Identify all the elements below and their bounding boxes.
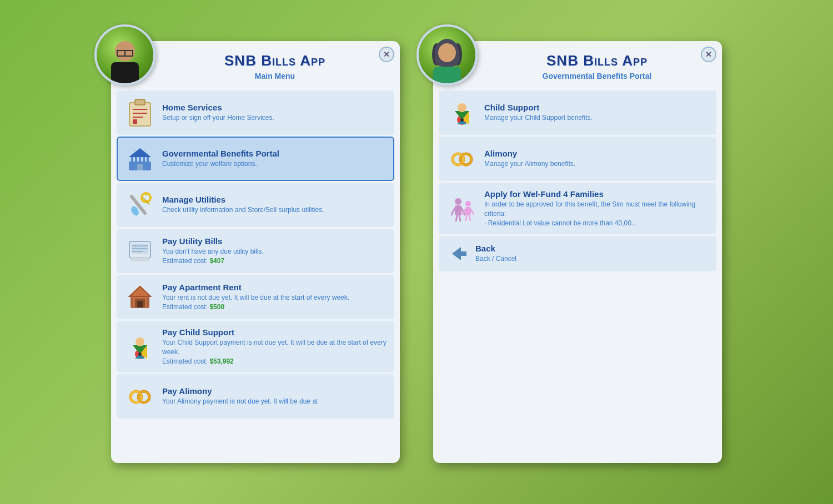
left-menu-list: Home Services Setup or sign off your Hom… <box>117 90 394 419</box>
rent-cost: $500 <box>209 303 224 311</box>
svg-rect-60 <box>465 207 471 215</box>
back-icon <box>446 243 469 265</box>
right-panel-subtitle: Governmental Benefits Portal <box>483 72 711 80</box>
svg-rect-11 <box>147 157 149 163</box>
menu-item-child-support[interactable]: Child Support Manage your Child Support … <box>439 90 716 135</box>
pay-utility-text: Pay Utility Bills You don't have any due… <box>162 236 387 266</box>
svg-line-55 <box>451 208 455 215</box>
gov-benefits-title: Governmental Benefits Portal <box>162 149 387 158</box>
close-button-left[interactable]: ✕ <box>379 47 394 62</box>
right-panel: ✕ SNB Bills App Governmental Benefits Po… <box>433 41 722 463</box>
child-support-desc: Manage your Child Support benefits. <box>484 113 709 123</box>
pay-utility-desc: You don't have any due utility bills. Es… <box>162 247 387 266</box>
svg-line-64 <box>469 215 470 220</box>
welfund-title: Apply for Wel-Fund 4 Families <box>484 189 709 199</box>
left-panel: ✕ SNB Bills App Main Menu Home Services … <box>111 41 400 463</box>
svg-rect-31 <box>131 295 133 308</box>
svg-marker-12 <box>129 148 151 157</box>
menu-item-home-services[interactable]: Home Services Setup or sign off your Hom… <box>117 90 394 135</box>
government-icon <box>124 143 155 174</box>
menu-item-pay-rent[interactable]: Pay Apartment Rent Your rent is not due … <box>117 275 394 319</box>
pay-alimony-desc: Your Alimony payment is not due yet. It … <box>162 397 387 406</box>
utility-cost: $407 <box>209 257 224 265</box>
right-panel-title: SNB Bills App <box>483 52 711 69</box>
close-button-right[interactable]: ✕ <box>701 47 716 62</box>
alimony-desc: Manage your Alimony benefits. <box>484 159 709 169</box>
svg-rect-10 <box>143 157 145 163</box>
svg-rect-28 <box>137 301 143 308</box>
svg-point-48 <box>460 118 464 122</box>
pay-child-desc: Your Child Support payment is not due ye… <box>162 338 387 366</box>
house-icon <box>124 281 155 313</box>
alimony-title: Alimony <box>484 149 709 158</box>
svg-rect-0 <box>129 103 150 126</box>
svg-line-57 <box>456 215 457 221</box>
childsupport-icon-right <box>446 97 478 128</box>
home-services-desc: Setup or sign off your Home Services. <box>162 113 387 123</box>
svg-rect-5 <box>133 119 137 124</box>
family-icon <box>446 193 478 224</box>
left-panel-title: SNB Bills App <box>161 52 389 69</box>
back-title: Back <box>475 244 709 253</box>
svg-rect-54 <box>455 205 461 215</box>
menu-item-welfund[interactable]: Apply for Wel-Fund 4 Families In order t… <box>439 183 716 234</box>
pay-alimony-text: Pay Alimony Your Alimony payment is not … <box>162 386 387 406</box>
svg-marker-29 <box>129 286 150 296</box>
rings-icon-right <box>446 143 478 174</box>
gov-benefits-desc: Customize your welfare options. <box>162 159 387 169</box>
home-services-text: Home Services Setup or sign off your Hom… <box>162 103 387 123</box>
clipboard-icon <box>124 97 155 128</box>
svg-point-53 <box>455 198 461 205</box>
utilities-text: Manage Utilities Check utility informati… <box>162 195 387 215</box>
left-panel-subtitle: Main Menu <box>161 72 389 80</box>
svg-rect-8 <box>135 157 137 163</box>
svg-point-42 <box>138 391 149 402</box>
gov-benefits-text: Governmental Benefits Portal Customize y… <box>162 149 387 169</box>
svg-rect-32 <box>147 295 149 308</box>
svg-line-62 <box>471 209 474 214</box>
pay-rent-desc: Your rent is not due yet. It will be due… <box>162 293 387 312</box>
pay-child-title: Pay Child Support <box>162 327 387 337</box>
pay-alimony-title: Pay Alimony <box>162 386 387 396</box>
welfund-text: Apply for Wel-Fund 4 Families In order t… <box>484 189 709 228</box>
right-menu-list: Child Support Manage your Child Support … <box>439 90 716 271</box>
pay-rent-text: Pay Apartment Rent Your rent is not due … <box>162 283 387 312</box>
svg-line-58 <box>459 215 460 221</box>
svg-rect-1 <box>135 99 145 105</box>
svg-rect-7 <box>131 157 133 163</box>
svg-point-52 <box>460 154 471 165</box>
back-text: Back Back / Cancel <box>475 244 709 264</box>
childsupport-icon-left <box>124 331 155 362</box>
menu-item-pay-alimony[interactable]: Pay Alimony Your Alimony payment is not … <box>117 374 394 419</box>
back-desc: Back / Cancel <box>475 254 709 264</box>
svg-point-47 <box>458 103 466 112</box>
svg-rect-13 <box>137 164 143 170</box>
child-support-title: Child Support <box>484 103 709 112</box>
menu-item-alimony[interactable]: Alimony Manage your Alimony benefits. <box>439 137 716 181</box>
svg-rect-9 <box>139 157 141 163</box>
welfund-desc: In order to be approved for this benefit… <box>484 200 709 228</box>
pay-utility-title: Pay Utility Bills <box>162 236 387 246</box>
utilities-title: Manage Utilities <box>162 195 387 204</box>
pay-rent-title: Pay Apartment Rent <box>162 283 387 292</box>
menu-item-pay-utility[interactable]: Pay Utility Bills You don't have any due… <box>117 229 394 273</box>
svg-point-38 <box>138 352 142 356</box>
svg-rect-66 <box>459 251 466 256</box>
home-services-title: Home Services <box>162 103 387 112</box>
tools-icon <box>124 189 155 220</box>
avatar-left <box>94 24 155 85</box>
menu-item-utilities[interactable]: Manage Utilities Check utility informati… <box>117 183 394 227</box>
svg-point-37 <box>136 337 144 346</box>
child-support-text: Child Support Manage your Child Support … <box>484 103 709 123</box>
svg-line-63 <box>466 215 467 220</box>
svg-point-59 <box>465 201 471 206</box>
menu-item-gov-benefits[interactable]: Governmental Benefits Portal Customize y… <box>117 137 394 181</box>
menu-item-pay-child[interactable]: Pay Child Support Your Child Support pay… <box>117 321 394 372</box>
bills-icon <box>124 235 155 266</box>
alimony-text: Alimony Manage your Alimony benefits. <box>484 149 709 169</box>
menu-item-back[interactable]: Back Back / Cancel <box>439 236 716 271</box>
utilities-desc: Check utility information and Store/Sell… <box>162 205 387 215</box>
rings-icon-left <box>124 381 155 412</box>
child-cost: $53,992 <box>209 357 233 365</box>
pay-child-text: Pay Child Support Your Child Support pay… <box>162 327 387 366</box>
